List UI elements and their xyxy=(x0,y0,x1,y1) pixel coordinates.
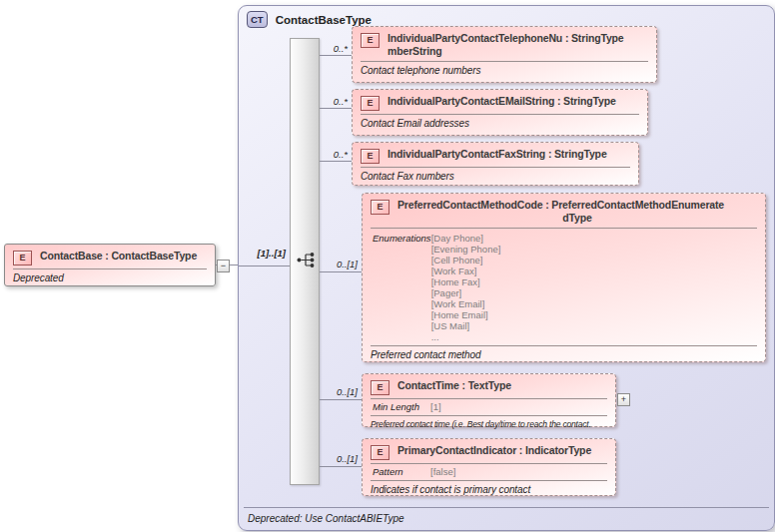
facet-value: [false] xyxy=(430,466,455,477)
element-badge-icon: E xyxy=(361,33,380,48)
expand-button[interactable]: + xyxy=(617,393,630,406)
element-name-line: ContactBase : ContactBaseType xyxy=(40,250,207,263)
element-name-line: IndividualPartyContactTelephoneNu : Stri… xyxy=(388,32,648,45)
element-title-row: E IndividualPartyContactFaxString : Stri… xyxy=(353,143,638,164)
element-badge-icon: E xyxy=(361,96,380,111)
element-contacttime[interactable]: E ContactTime : TextType Min Length [1] … xyxy=(362,373,616,427)
divider xyxy=(244,507,769,508)
element-name-line: ContactTime : TextType xyxy=(397,379,607,392)
element-individualpartycontactemailstring[interactable]: E IndividualPartyContactEMailString : St… xyxy=(352,89,648,136)
element-name: IndividualPartyContactTelephoneNu : Stri… xyxy=(388,32,648,58)
element-annotation: Contact Fax numbers xyxy=(353,168,638,182)
cardinality-label: 0..[1] xyxy=(308,453,358,464)
connector-line xyxy=(320,55,352,56)
element-name-line: PreferredContactMethodCode : PreferredCo… xyxy=(397,199,757,212)
element-badge-icon: E xyxy=(371,200,389,215)
element-annotation: Contact telephone numbers xyxy=(353,62,656,76)
facet-label: Enumerations xyxy=(373,233,431,342)
element-title-row: E ContactBase : ContactBaseType xyxy=(5,245,215,266)
cardinality-label: 0..* xyxy=(300,43,348,54)
element-annotation: Preferred contact time (i.e. Best day/ti… xyxy=(363,416,615,429)
cardinality-label: 0..* xyxy=(300,149,348,160)
element-name: ContactBase : ContactBaseType xyxy=(40,250,207,266)
connector-line xyxy=(239,266,290,266)
element-badge-icon: E xyxy=(371,380,389,395)
element-title-row: E IndividualPartyContactTelephoneNu : St… xyxy=(353,27,656,58)
element-title-row: E IndividualPartyContactEMailString : St… xyxy=(353,90,647,111)
facet-section: Pattern [false] xyxy=(363,464,615,477)
enumeration-values: [Day Phone] [Evening Phone] [Cell Phone]… xyxy=(431,233,501,342)
xsd-diagram-canvas: CT ContactBaseType Deprecated: Use Conta… xyxy=(0,0,775,532)
element-primarycontactindicator[interactable]: E PrimaryContactIndicator : IndicatorTyp… xyxy=(362,438,616,496)
element-name: IndividualPartyContactEMailString : Stri… xyxy=(388,95,639,111)
enumeration-value: [Work Email] xyxy=(431,298,501,309)
connector-line xyxy=(320,466,362,467)
element-contactbase[interactable]: E ContactBase : ContactBaseType Deprecat… xyxy=(4,244,216,286)
connector-line xyxy=(320,399,362,400)
element-title-row: E ContactTime : TextType xyxy=(363,374,615,395)
enumeration-value: [Evening Phone] xyxy=(431,244,501,255)
enumeration-ellipsis: ... xyxy=(431,331,501,342)
enumeration-value: [Work Fax] xyxy=(431,266,501,276)
complextype-title: ContactBaseType xyxy=(276,14,372,26)
complextype-badge-icon: CT xyxy=(247,11,268,28)
element-annotation: Preferred contact method xyxy=(363,346,765,360)
facet-section: Enumerations [Day Phone] [Evening Phone]… xyxy=(363,229,765,342)
enumeration-value: [Home Email] xyxy=(431,309,501,320)
element-name-line: IndividualPartyContactFaxString : String… xyxy=(388,148,630,161)
element-individualpartycontactfaxstring[interactable]: E IndividualPartyContactFaxString : Stri… xyxy=(352,142,639,186)
element-badge-icon: E xyxy=(13,251,32,266)
element-name-line: mberString xyxy=(388,45,648,58)
enumeration-value: [Pager] xyxy=(431,287,501,298)
enumeration-value: [US Mail] xyxy=(431,320,501,331)
element-name-line: dType xyxy=(397,212,757,225)
element-badge-icon: E xyxy=(371,445,389,460)
element-name: PrimaryContactIndicator : IndicatorType xyxy=(397,444,607,460)
cardinality-label: [1]..[1] xyxy=(240,248,286,259)
element-name-line: PrimaryContactIndicator : IndicatorType xyxy=(397,444,607,457)
enumeration-value: [Cell Phone] xyxy=(431,255,501,266)
connector-line xyxy=(320,161,352,162)
enumeration-value: [Day Phone] xyxy=(431,233,501,244)
cardinality-label: 0..* xyxy=(300,96,348,107)
facet-label: Min Length xyxy=(373,401,430,412)
element-preferredcontactmethodcode[interactable]: E PreferredContactMethodCode : Preferred… xyxy=(362,193,766,362)
element-annotation: Contact Email addresses xyxy=(353,115,647,129)
facet-label: Pattern xyxy=(373,466,430,477)
cardinality-label: 0..[1] xyxy=(308,386,358,397)
element-annotation: Indicates if contact is primary contact xyxy=(363,481,615,495)
element-name: IndividualPartyContactFaxString : String… xyxy=(388,148,630,164)
element-badge-icon: E xyxy=(361,149,380,164)
element-annotation: Deprecated xyxy=(5,269,215,283)
element-title-row: E PrimaryContactIndicator : IndicatorTyp… xyxy=(363,439,615,460)
element-individualpartycontacttelephonenumberstring[interactable]: E IndividualPartyContactTelephoneNu : St… xyxy=(352,26,657,83)
element-name-line: IndividualPartyContactEMailString : Stri… xyxy=(388,95,639,108)
cardinality-label: 0..[1] xyxy=(308,259,358,269)
element-title-row: E PreferredContactMethodCode : Preferred… xyxy=(363,194,765,225)
element-name: ContactTime : TextType xyxy=(397,379,607,395)
facet-value: [1] xyxy=(430,401,441,412)
enumeration-value: [Home Fax] xyxy=(431,276,501,287)
collapse-toggle-button[interactable]: − xyxy=(217,260,230,272)
facet-section: Min Length [1] xyxy=(363,399,615,412)
connector-line xyxy=(320,271,362,272)
complextype-footer-annotation: Deprecated: Use ContactABIEType xyxy=(248,513,404,524)
connector-line xyxy=(320,108,352,109)
element-name: PreferredContactMethodCode : PreferredCo… xyxy=(397,199,757,225)
